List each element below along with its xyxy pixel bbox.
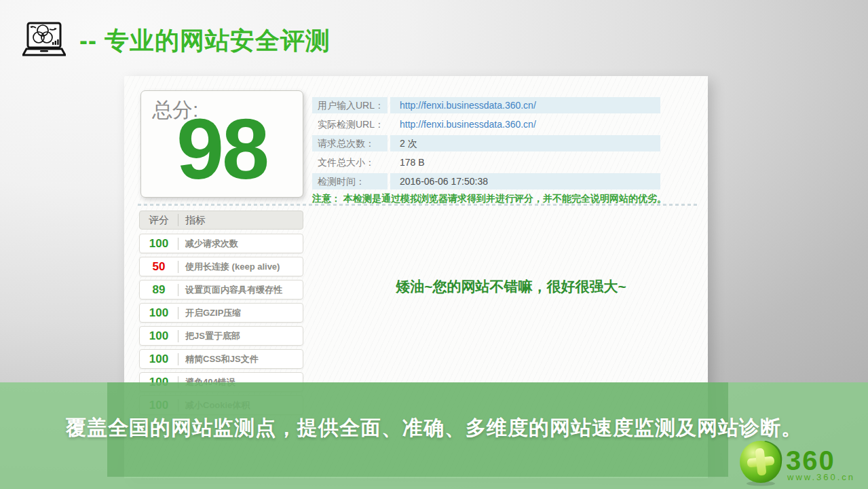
metric-score: 100 bbox=[140, 306, 178, 320]
summary-row: 检测时间： 2016-06-06 17:50:38 bbox=[312, 173, 787, 189]
summary-row-label: 文件总大小： bbox=[312, 154, 388, 170]
summary-row-label: 请求总次数： bbox=[312, 135, 388, 151]
summary-row: 实际检测URL： http://fenxi.businessdata.360.c… bbox=[312, 116, 787, 132]
metric-score: 100 bbox=[140, 329, 178, 343]
metric-label: 把JS置于底部 bbox=[178, 330, 240, 342]
metric-row: 100 减少请求次数 bbox=[139, 234, 303, 253]
metric-row: 100 精简CSS和JS文件 bbox=[139, 349, 303, 369]
page-title: -- 专业的网站安全评测 bbox=[79, 24, 331, 58]
dashed-divider bbox=[138, 204, 697, 206]
metric-score: 89 bbox=[140, 283, 178, 297]
metric-label: 设置页面内容具有缓存性 bbox=[178, 284, 282, 296]
metric-label: 开启GZIP压缩 bbox=[178, 307, 241, 319]
slide: -- 专业的网站安全评测 总分: 98 用户输入URL： http://fenx… bbox=[0, 0, 868, 489]
summary-row: 用户输入URL： http://fenxi.businessdata.360.c… bbox=[312, 97, 787, 113]
total-score-panel: 总分: 98 bbox=[140, 90, 303, 198]
summary-row-label: 用户输入URL： bbox=[312, 97, 388, 113]
laptop-analytics-icon bbox=[22, 22, 66, 60]
summary-row-value: 2016-06-06 17:50:38 bbox=[390, 173, 660, 189]
summary-row-value: 178 B bbox=[390, 154, 660, 170]
summary-row: 请求总次数： 2 次 bbox=[312, 135, 787, 151]
metric-label: 使用长连接 (keep alive) bbox=[178, 261, 280, 273]
360-logo-ball-icon: 360 www.360.cn bbox=[738, 438, 855, 487]
slide-header: -- 专业的网站安全评测 bbox=[22, 22, 331, 60]
metric-label: 精简CSS和JS文件 bbox=[178, 353, 259, 365]
summary-row-url-link[interactable]: http://fenxi.businessdata.360.cn/ bbox=[390, 116, 660, 132]
metric-row: 50 使用长连接 (keep alive) bbox=[139, 257, 303, 276]
metric-row: 100 把JS置于底部 bbox=[139, 326, 303, 346]
metrics-table-header: 评分 指标 bbox=[139, 211, 303, 230]
metric-row: 89 设置页面内容具有缓存性 bbox=[139, 280, 303, 300]
metric-score: 100 bbox=[140, 352, 178, 366]
result-message: 矮油~您的网站不错嘛，很好很强大~ bbox=[328, 277, 694, 296]
metric-score: 50 bbox=[140, 260, 178, 274]
summary-row: 文件总大小： 178 B bbox=[312, 154, 787, 170]
metric-label: 减少请求次数 bbox=[178, 238, 238, 250]
logo-brand-text: 360 bbox=[786, 446, 835, 475]
metric-row: 100 开启GZIP压缩 bbox=[139, 303, 303, 323]
summary-table: 用户输入URL： http://fenxi.businessdata.360.c… bbox=[312, 97, 787, 192]
metrics-header-metric: 指标 bbox=[178, 214, 206, 226]
metric-score: 100 bbox=[140, 237, 178, 251]
summary-row-label: 实际检测URL： bbox=[312, 116, 388, 132]
summary-row-label: 检测时间： bbox=[312, 173, 388, 189]
summary-row-url-link[interactable]: http://fenxi.businessdata.360.cn/ bbox=[390, 97, 660, 113]
logo-url-text: www.360.cn bbox=[787, 472, 855, 482]
total-score-value: 98 bbox=[141, 105, 303, 194]
metrics-header-score: 评分 bbox=[140, 214, 178, 227]
summary-row-value: 2 次 bbox=[390, 135, 660, 151]
